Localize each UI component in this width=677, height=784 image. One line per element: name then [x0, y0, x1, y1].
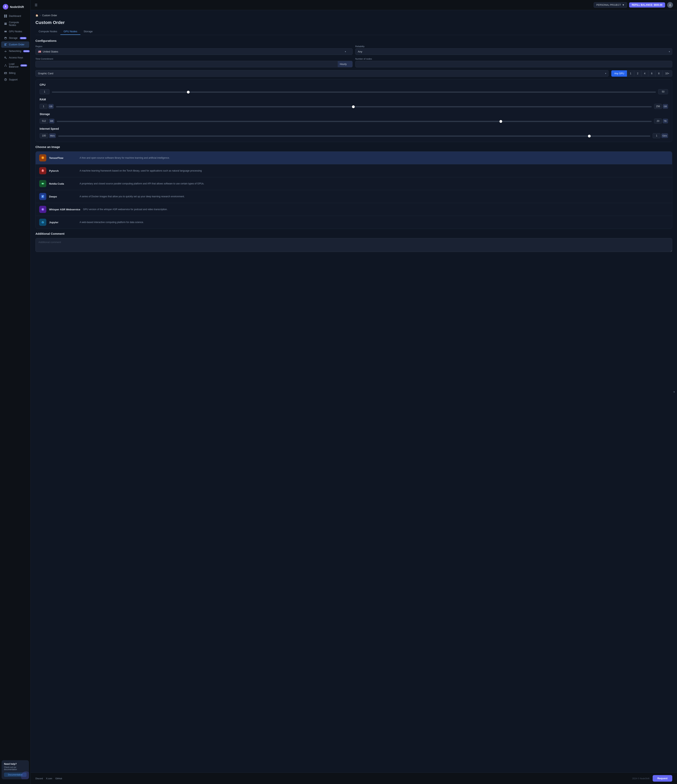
gpu-any-button[interactable]: Any GPU [611, 70, 627, 77]
gpu-6-button[interactable]: 6 [648, 70, 655, 77]
image-item-deepo[interactable]: Deepo A series of Docker images that all… [36, 190, 672, 203]
footer-xcom-link[interactable]: X.com [46, 777, 52, 779]
help-text: Check out our documentation [4, 766, 26, 770]
avatar[interactable] [667, 2, 673, 8]
gpu-2-button[interactable]: 2 [634, 70, 641, 77]
storage-slider[interactable] [57, 121, 652, 122]
region-reliability-row: Region 🇺🇸 United States ▼ Reliability An… [36, 45, 672, 55]
footer-github-link[interactable]: GitHub [55, 777, 62, 779]
gpu-1-button[interactable]: 1 [627, 70, 634, 77]
request-button[interactable]: Request [653, 775, 672, 782]
internet-speed-slider[interactable] [58, 135, 650, 137]
sidebar-item-label: Compute Nodes [9, 21, 26, 26]
whisper-icon [39, 206, 46, 213]
storage-min-unit-select[interactable]: MBGBTB [49, 119, 54, 123]
internet-min-input[interactable] [40, 133, 48, 138]
sidebar-item-gpu-nodes[interactable]: GPU Nodes [1, 28, 29, 35]
image-item-jupyter[interactable]: Jupyter A web-based interactive computin… [36, 216, 672, 229]
cpu-title: CPU [40, 83, 668, 86]
cpu-max-input[interactable] [658, 89, 668, 94]
ram-min-unit-select[interactable]: GBMBTB [48, 104, 54, 109]
storage-max-unit-select[interactable]: TBGBMB [663, 119, 668, 123]
project-selector[interactable]: PERSONAL PROJECT ▼ [594, 2, 627, 8]
sidebar-item-access-keys[interactable]: Access Keys [1, 54, 29, 61]
tab-storage[interactable]: Storage [80, 28, 96, 35]
footer-discord-link[interactable]: Discord [36, 777, 43, 779]
menu-icon[interactable]: ☰ [35, 3, 37, 7]
svg-rect-3 [4, 16, 5, 17]
image-section: Choose an Image TensorFlow A free and op… [36, 145, 672, 229]
internet-max-input[interactable] [653, 133, 661, 138]
image-item-whisper-asr[interactable]: Whisper ASR Webservice GPU version of th… [36, 203, 672, 216]
nodes-input[interactable]: 1 [355, 61, 672, 67]
image-item-tensorflow[interactable]: TensorFlow A free and open-source softwa… [36, 151, 672, 165]
graphic-card-select[interactable]: Graphic Card [36, 70, 609, 77]
svg-rect-2 [6, 15, 7, 16]
time-commitment-input[interactable]: 1 [36, 61, 338, 67]
sidebar-item-compute-nodes[interactable]: Compute Nodes [1, 19, 29, 28]
svg-rect-10 [5, 31, 5, 32]
cpu-min-input[interactable] [40, 89, 50, 94]
tabs-container: Compute Nodes GPU Nodes Storage [36, 28, 672, 35]
ram-title: RAM [40, 98, 668, 101]
networking-badge: SOON [23, 50, 30, 52]
nodes-group: Number of nodes 1 [355, 58, 672, 67]
storage-min-input[interactable] [40, 118, 48, 124]
nvidia-icon [39, 180, 46, 187]
storage-max-input[interactable] [654, 118, 662, 124]
cpu-min-input-group [40, 89, 50, 94]
sidebar-item-label: Load Balancer [9, 62, 19, 68]
storage-icon [4, 36, 7, 40]
sidebar-item-load-balancer[interactable]: Load Balancer SOON [1, 61, 29, 70]
svg-rect-13 [5, 44, 7, 44]
tab-gpu-nodes[interactable]: GPU Nodes [61, 28, 80, 35]
svg-rect-4 [6, 16, 7, 17]
gpu-8-button[interactable]: 8 [655, 70, 662, 77]
home-icon[interactable]: 🏠 [36, 14, 39, 17]
internet-max-unit-select[interactable]: Gb/sMb/s [661, 133, 668, 138]
ram-min-input[interactable] [40, 104, 48, 109]
footer: Discord X.com GitHub 2024 © NodeShift Re… [31, 773, 677, 784]
sidebar-item-label: Support [9, 78, 18, 81]
time-commitment-label: Time Commitment [36, 58, 352, 60]
ram-slider[interactable] [56, 106, 652, 107]
cpu-slider-track-wrapper [52, 90, 656, 93]
cpu-slider[interactable] [52, 92, 656, 93]
sidebar-item-custom-order[interactable]: Custom Order [1, 41, 29, 48]
additional-comment-title: Additional Comment [36, 232, 672, 235]
refill-button[interactable]: REFILL BALANCE: $600.00 [629, 2, 665, 8]
sidebar-item-dashboard[interactable]: Dashboard [1, 13, 29, 19]
svg-point-19 [5, 66, 5, 67]
storage-min-input-group: MBGBTB [40, 118, 54, 124]
storage-slider-row: MBGBTB TBGBMB [40, 118, 668, 124]
sidebar-item-billing[interactable]: Billing [1, 70, 29, 76]
sidebar-item-support[interactable]: Support [1, 76, 29, 83]
ram-max-input[interactable] [654, 104, 662, 109]
svg-point-36 [43, 222, 44, 223]
reliability-wrapper: Any High Medium Low [355, 48, 672, 55]
deepo-name: Deepo [49, 195, 77, 198]
region-selector[interactable]: 🇺🇸 United States ▼ [36, 48, 352, 55]
reliability-select[interactable]: Any High Medium Low [355, 48, 672, 55]
image-item-nvidia-cuda[interactable]: Nvidia Cuda A proprietary and closed sou… [36, 177, 672, 190]
sidebar-item-storage[interactable]: Storage SOON [1, 35, 29, 41]
internet-min-unit-select[interactable]: Mb/sGb/s [49, 133, 56, 138]
sidebar-item-label: Access Keys [9, 56, 23, 59]
svg-point-16 [5, 52, 6, 52]
svg-point-24 [5, 80, 6, 81]
gpu-4-button[interactable]: 4 [641, 70, 648, 77]
gpu-10plus-button[interactable]: 10+ [662, 70, 672, 77]
app-name: NodeShift [10, 5, 24, 9]
image-list: TensorFlow A free and open-source softwa… [36, 151, 672, 229]
tab-compute-nodes[interactable]: Compute Nodes [36, 28, 61, 35]
logo-icon [3, 4, 8, 9]
image-item-pytorch[interactable]: Pytorch A machine learning framework bas… [36, 165, 672, 177]
ram-max-unit-select[interactable]: GBMBTB [663, 104, 668, 109]
sidebar-item-label: Dashboard [9, 15, 21, 17]
billing-icon [4, 72, 7, 75]
topbar: ☰ PERSONAL PROJECT ▼ REFILL BALANCE: $60… [31, 0, 677, 10]
additional-comment-textarea[interactable] [36, 238, 672, 252]
configurations-section-title: Configurations [36, 39, 672, 42]
time-commitment-unit-select[interactable]: Hourly Daily Weekly Monthly [338, 61, 352, 67]
sidebar-item-networking[interactable]: Networking SOON [1, 48, 29, 54]
